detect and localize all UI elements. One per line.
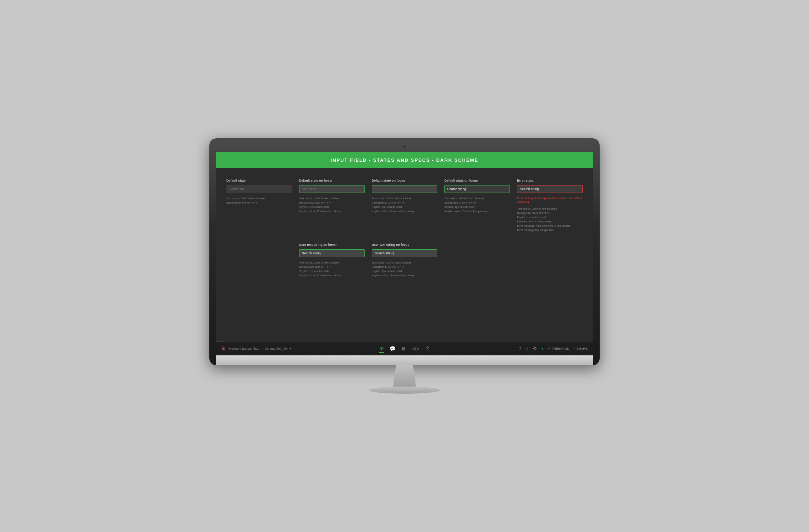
- bottom-bar-center: 👁 💬 🖥 </> ⏱: [379, 346, 430, 351]
- breadcrumb-separator: ›: [262, 347, 263, 350]
- state-focus2-label: Default state on focus: [444, 179, 510, 182]
- empty-col-4: [444, 243, 510, 278]
- state-error-label: Error state: [517, 179, 583, 182]
- hover-specs: Text colour: 100% D text clickable Backg…: [299, 196, 365, 214]
- app-content: Default state Text colour: 60% D text cl…: [216, 168, 593, 342]
- error-input[interactable]: [517, 185, 583, 193]
- hover-input[interactable]: [299, 185, 365, 193]
- user-focus-specs: Text colour: 100% D text clickable Backg…: [372, 261, 437, 278]
- code-icon[interactable]: </>: [412, 346, 419, 351]
- monitor-stand: [369, 365, 440, 394]
- stand-base: [369, 387, 440, 394]
- invision-logo: in: [221, 346, 226, 351]
- focus2-specs: Text colour: 100% D text clickable Backg…: [444, 196, 510, 214]
- breadcrumb: Harmoni pattern libr... › 01 Inputfield_…: [229, 347, 292, 350]
- app-header: INPUT FIELD - STATES AND SPECS - DARK SC…: [216, 152, 593, 168]
- monitor-frame: INPUT FIELD - STATES AND SPECS - DARK SC…: [209, 138, 600, 365]
- breadcrumb-item-2[interactable]: 01 Inputfield_04: [265, 347, 288, 350]
- state-hover-label: Default state on hover: [299, 179, 365, 182]
- states-grid-bottom: User text string on hover Text colour: 1…: [226, 243, 583, 278]
- clock-icon[interactable]: ⏱: [425, 346, 430, 351]
- focus-specs: Text colour: 100% D text clickable Backg…: [372, 196, 437, 214]
- monitor-screen: INPUT FIELD - STATES AND SPECS - DARK SC…: [216, 152, 593, 355]
- default-specs: Text colour: 60% D text clickable Backgr…: [226, 196, 292, 205]
- default-input[interactable]: [226, 185, 292, 193]
- focus-input[interactable]: [372, 185, 437, 193]
- bottom-bar-left: in Harmoni pattern libr... › 01 Inputfie…: [221, 346, 292, 351]
- share-alt-icon[interactable]: ⤴: [519, 346, 521, 351]
- monitor-chin: [216, 355, 593, 365]
- page-title: INPUT FIELD - STATES AND SPECS - DARK SC…: [331, 157, 478, 163]
- bottom-bar-right: ⤴ ⌂ ⚙ ● ✏ FREEHAND ↑ SHARE: [519, 346, 588, 351]
- user-hover-specs: Text colour: 100% D text clickable Backg…: [299, 261, 365, 278]
- state-user-hover: User text string on hover Text colour: 1…: [299, 243, 365, 278]
- user-hover-input[interactable]: [299, 249, 365, 257]
- state-default-focus2: Default state on focus Text colour: 100%…: [444, 179, 510, 232]
- error-specs: Text colour: 100% D text clickable Backg…: [517, 207, 583, 232]
- bottom-bar: in Harmoni pattern libr... › 01 Inputfie…: [216, 342, 593, 355]
- empty-col-1: [226, 243, 292, 278]
- state-default-focus: Default state on focus Text colour: 100%…: [372, 179, 437, 232]
- settings-icon[interactable]: ⚙: [533, 346, 537, 351]
- monitor-camera: [403, 145, 406, 148]
- stand-neck: [390, 365, 419, 387]
- error-message-text: Error message Lorem ipsum dolor sit amet…: [517, 196, 583, 204]
- state-user-focus-label: User text string on focus: [372, 243, 437, 246]
- state-default: Default state Text colour: 60% D text cl…: [226, 179, 292, 232]
- eye-icon[interactable]: 👁: [379, 346, 384, 351]
- share-icon: ↑: [573, 347, 575, 350]
- empty-col-5: [517, 243, 583, 278]
- user-focus-input[interactable]: [372, 249, 437, 257]
- breadcrumb-dropdown-icon[interactable]: ▾: [290, 347, 292, 350]
- screen-icon[interactable]: 🖥: [401, 346, 406, 351]
- monitor: INPUT FIELD - STATES AND SPECS - DARK SC…: [209, 138, 600, 394]
- home-icon[interactable]: ⌂: [525, 346, 528, 351]
- freehand-icon: ✏: [547, 347, 550, 350]
- focus2-input[interactable]: [444, 185, 510, 193]
- dot-indicator: ●: [541, 347, 543, 350]
- freehand-button[interactable]: ✏ FREEHAND: [547, 347, 569, 350]
- state-default-label: Default state: [226, 179, 292, 182]
- state-user-hover-label: User text string on hover: [299, 243, 365, 246]
- comment-icon[interactable]: 💬: [390, 346, 396, 351]
- states-grid-top: Default state Text colour: 60% D text cl…: [226, 179, 583, 232]
- state-focus-label: Default state on focus: [372, 179, 437, 182]
- state-default-hover: Default state on hover Text colour: 100%…: [299, 179, 365, 232]
- state-user-focus: User text string on focus Text colour: 1…: [372, 243, 437, 278]
- breadcrumb-item-1[interactable]: Harmoni pattern libr...: [229, 347, 260, 350]
- share-button[interactable]: ↑ SHARE: [573, 347, 588, 350]
- state-error: Error state Error message Lorem ipsum do…: [517, 179, 583, 232]
